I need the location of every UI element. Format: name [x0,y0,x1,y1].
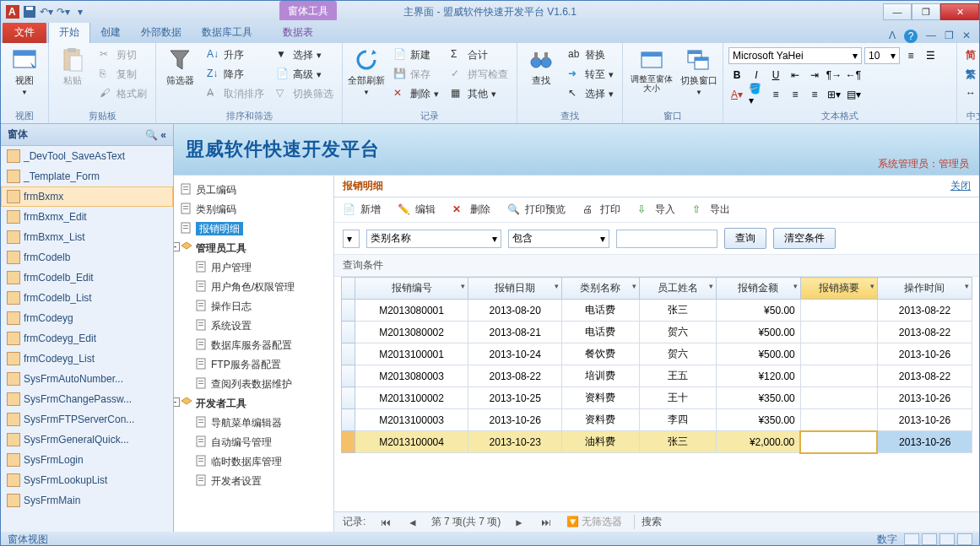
cell[interactable]: 资料费 [562,387,639,409]
query-button[interactable]: 查询 [724,228,766,249]
cell[interactable]: 2013-08-22 [877,300,972,322]
preview-button[interactable]: 🔍打印预览 [507,203,566,217]
cell[interactable]: M2013100001 [355,343,468,365]
cell[interactable]: 2013-10-26 [877,431,972,453]
sort-desc-button[interactable]: Z↓降序 [203,65,268,84]
clear-sort-button[interactable]: A̶取消排序 [203,84,268,103]
row-header-cell[interactable] [342,278,355,300]
cell[interactable] [800,322,877,343]
nav-item[interactable]: SysFrmFTPServerCon... [1,409,173,430]
minimize-button[interactable]: — [883,3,912,20]
tree-node[interactable]: 用户角色/权限管理 [177,278,330,297]
column-header[interactable]: 报销摘要▾ [800,278,877,300]
italic-button[interactable]: I [748,67,765,84]
save-record-button[interactable]: 💾保存 [390,65,442,84]
align-left-button[interactable]: ≡ [767,86,784,103]
search-label[interactable]: 搜索 [634,515,662,529]
search-icon[interactable]: 🔍 « [145,129,166,141]
tree-node[interactable]: 数据库服务器配置 [177,336,330,355]
cell[interactable]: ¥50.00 [716,300,800,322]
first-record-button[interactable]: ⏮ [377,516,394,528]
view-design-button[interactable] [957,533,972,545]
nav-item[interactable]: SysFrmLogin [1,450,173,470]
find-button[interactable]: 查找 [522,46,560,87]
table-row[interactable]: M20130800012013-08-20电话费张三¥50.002013-08-… [342,300,972,322]
tree-node[interactable]: 系统设置 [177,316,330,336]
row-selector[interactable] [342,431,355,453]
paste-button[interactable]: 粘贴 [54,46,91,87]
bullets-button[interactable]: ≡ [902,47,919,64]
column-header[interactable]: 员工姓名▾ [639,278,716,300]
convert-button[interactable]: ↔简繁转换 [962,84,980,103]
tree-node[interactable]: 操作日志 [177,297,330,316]
nav-item[interactable]: frmBxmx_List [1,227,173,247]
row-selector[interactable] [342,300,355,322]
cell[interactable]: 张三 [639,300,716,322]
align-right-button[interactable]: ≡ [806,86,823,103]
spellcheck-button[interactable]: ✓拼写检查 [447,65,512,84]
delete-record-button[interactable]: ✕删除 ▾ [390,84,442,103]
column-filter-icon[interactable]: ▾ [555,282,559,290]
cell[interactable]: 2013-08-21 [468,322,562,343]
column-filter-icon[interactable]: ▾ [709,282,713,290]
row-selector[interactable] [342,365,355,387]
nav-item[interactable]: SysFrmAutoNumber... [1,369,173,389]
cell[interactable]: 2013-10-26 [468,409,562,431]
column-header[interactable]: 类别名称▾ [562,278,639,300]
nav-item[interactable]: frmCodelb_List [1,288,173,308]
cell[interactable]: 贺六 [639,322,716,343]
nav-item[interactable]: frmBxmx_Edit [1,207,173,227]
totals-button[interactable]: Σ合计 [447,46,512,64]
row-selector[interactable] [342,343,355,365]
cell[interactable] [800,365,877,387]
cell[interactable]: 餐饮费 [562,343,639,365]
tab-external[interactable]: 外部数据 [131,22,192,43]
row-selector[interactable] [342,387,355,409]
filter-column-dropdown[interactable]: ▾ [343,230,360,248]
column-filter-icon[interactable]: ▾ [870,282,874,290]
cell[interactable]: M2013080002 [355,322,468,343]
font-name-select[interactable]: Microsoft YaHei▾ [728,47,862,64]
format-painter-button[interactable]: 🖌格式刷 [96,84,150,103]
cell[interactable] [800,431,877,453]
filter-field-select[interactable]: 类别名称▾ [366,230,501,248]
font-size-select[interactable]: 10▾ [864,47,900,64]
tab-home[interactable]: 开始 [48,21,90,43]
column-filter-icon[interactable]: ▾ [461,282,465,290]
import-button[interactable]: ⇩导入 [637,203,675,217]
nav-item[interactable]: frmCodeyg_Edit [1,328,173,349]
cell[interactable]: M2013080001 [355,300,468,322]
bold-button[interactable]: B [728,67,745,84]
column-header[interactable]: 报销日期▾ [468,278,562,300]
save-icon[interactable] [23,5,36,19]
help-icon[interactable]: ? [904,30,918,43]
cell[interactable]: 2013-08-20 [468,300,562,322]
cell[interactable]: M2013080003 [355,365,468,387]
print-button[interactable]: 🖨打印 [582,203,620,217]
cell[interactable]: 2013-10-26 [877,409,972,431]
nav-header[interactable]: 窗体 🔍 « [1,124,173,146]
table-row[interactable]: M20130800022013-08-21电话费贺六¥500.002013-08… [342,322,972,343]
copy-button[interactable]: ⎘复制 [96,65,150,84]
cell[interactable]: 资料费 [562,409,639,431]
column-header[interactable]: 报销金额▾ [716,278,800,300]
tree-node[interactable]: 报销明细 [177,219,330,239]
new-record-button[interactable]: 📄新建 [390,46,442,64]
cell[interactable]: 电话费 [562,322,639,343]
cell[interactable]: ¥120.00 [716,365,800,387]
underline-button[interactable]: U [767,67,784,84]
row-selector[interactable] [342,409,355,431]
nav-item[interactable]: SysFrmChangePassw... [1,389,173,409]
table-row[interactable]: M20131000012013-10-24餐饮费贺六¥500.002013-10… [342,343,972,365]
column-header[interactable]: 操作时间▾ [877,278,972,300]
view-button[interactable]: 视图▼ [6,46,43,96]
cell[interactable]: ¥500.00 [716,343,800,365]
filter-value-input[interactable] [616,230,717,248]
cell[interactable]: 2013-08-22 [468,365,562,387]
file-tab[interactable]: 文件 [3,22,46,43]
tree-node[interactable]: 查阅列表数据维护 [177,375,330,394]
nav-item[interactable]: frmCodeyg_List [1,349,173,369]
tree-node[interactable]: -管理员工具 [177,239,330,258]
filter-button[interactable]: 筛选器 [161,46,198,87]
indent-inc-button[interactable]: ⇥ [806,67,823,84]
